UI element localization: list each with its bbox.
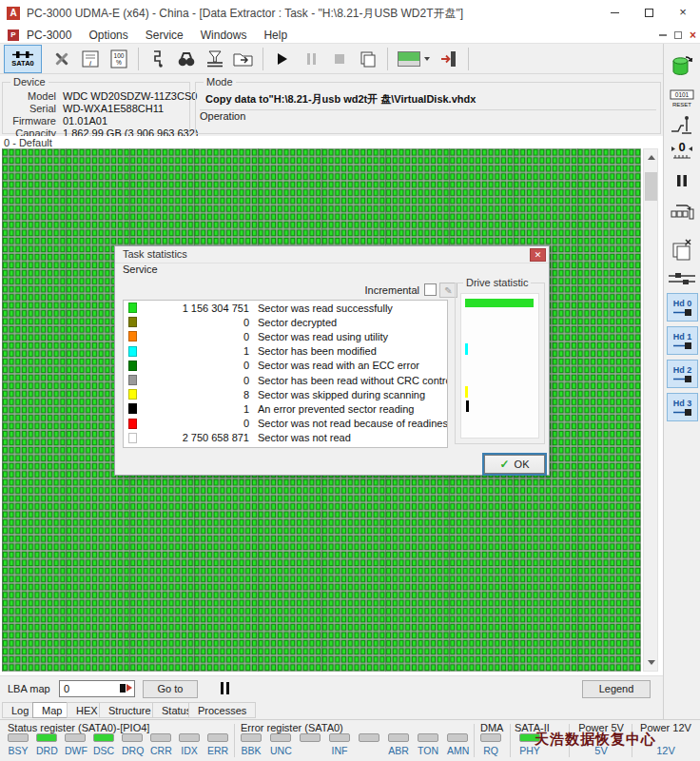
stat-label: Sector was not read bbox=[258, 432, 351, 443]
led-amn bbox=[447, 733, 468, 742]
stat-row: 1 156 304 751 Sector was read successful… bbox=[124, 301, 447, 315]
scroll-up-icon[interactable] bbox=[648, 155, 655, 160]
drive-statistic-panel: Drive statistic bbox=[455, 283, 545, 444]
goto-button[interactable]: Go to bbox=[143, 680, 198, 698]
tools-button[interactable] bbox=[48, 46, 76, 72]
pause-icon bbox=[675, 173, 689, 188]
stop-button[interactable] bbox=[325, 46, 354, 72]
head-0-button[interactable]: Hd 0 bbox=[667, 293, 698, 322]
drive-power-button[interactable] bbox=[667, 55, 697, 80]
mdi-minimize-icon[interactable] bbox=[659, 34, 667, 36]
map-view-select-button[interactable] bbox=[393, 46, 435, 72]
sata0-port-button[interactable]: SATA0 bbox=[4, 45, 42, 73]
tab-processes[interactable]: Processes bbox=[188, 702, 256, 718]
incremental-label: Incremental bbox=[365, 284, 419, 296]
head-icon bbox=[673, 408, 692, 417]
menu-help[interactable]: Help bbox=[263, 29, 287, 42]
spindle-button[interactable] bbox=[667, 200, 697, 224]
incremental-checkbox[interactable] bbox=[424, 283, 437, 296]
head-park-button[interactable] bbox=[667, 114, 697, 139]
statusbar-separator bbox=[474, 724, 475, 757]
recalibrate-button[interactable]: 0 bbox=[667, 139, 697, 164]
search-button[interactable] bbox=[172, 46, 201, 72]
sidebar-pause-button[interactable] bbox=[667, 173, 697, 190]
head-1-button[interactable]: Hd 1 bbox=[667, 326, 698, 355]
legend-button[interactable]: Legend bbox=[582, 680, 651, 698]
drive-statistic-title: Drive statistic bbox=[463, 277, 531, 288]
check-icon: ✓ bbox=[500, 458, 510, 471]
filter-button[interactable] bbox=[201, 46, 229, 72]
lba-input[interactable]: 0 bbox=[59, 680, 135, 697]
toolbar-separator bbox=[387, 48, 388, 70]
head-connector-icon bbox=[670, 114, 694, 137]
copies-button[interactable] bbox=[354, 46, 382, 72]
map-thumbnail-icon bbox=[398, 51, 420, 67]
menu-pc-3000[interactable]: PC-3000 bbox=[27, 29, 71, 42]
ok-button[interactable]: ✓ OK bbox=[484, 455, 545, 474]
stat-color-swatch bbox=[128, 317, 137, 327]
reset-button[interactable]: 0101 RESET bbox=[667, 88, 697, 110]
menu-service[interactable]: Service bbox=[146, 29, 184, 42]
svg-text:%: % bbox=[116, 59, 122, 66]
stat-row: 0 Sector was read using utility bbox=[124, 329, 447, 343]
mdi-restore-icon[interactable] bbox=[674, 31, 682, 39]
operation-panel-title: Operation bbox=[200, 110, 245, 122]
led-label-dsc: DSC bbox=[93, 745, 114, 756]
stat-count: 1 bbox=[137, 403, 249, 415]
cable-test-button[interactable] bbox=[144, 46, 172, 72]
error-register-title: Error register (SATA0) bbox=[241, 722, 343, 733]
exit-button[interactable] bbox=[435, 46, 463, 72]
led-label-dwf: DWF bbox=[65, 745, 86, 756]
led-label-unc: UNC bbox=[270, 745, 291, 756]
close-button[interactable]: × bbox=[666, 0, 700, 27]
scrollbar-thumb[interactable] bbox=[645, 172, 657, 201]
report-button[interactable]: i bbox=[76, 46, 105, 72]
stat-row: 2 750 658 871 Sector was not read bbox=[124, 431, 447, 445]
stat-row: 8 Sector was skipped during scanning bbox=[124, 387, 447, 401]
minimize-button[interactable] bbox=[597, 0, 632, 27]
drive-control-sidebar: 0101 RESET 0 bbox=[663, 44, 700, 719]
utility-button[interactable]: 100 % bbox=[105, 46, 133, 72]
clear-cache-button[interactable] bbox=[667, 238, 697, 263]
scroll-down-icon[interactable] bbox=[648, 660, 655, 665]
map-pause-icon[interactable] bbox=[219, 682, 230, 696]
stat-label: Sector was read successfully bbox=[258, 302, 393, 314]
dialog-title-bar[interactable]: Task statistics ✕ bbox=[115, 246, 549, 263]
mode-panel: Mode Copy data to"H:\8.21-月usb wd2t开 盘\V… bbox=[195, 82, 661, 134]
led-drd bbox=[36, 733, 57, 742]
led-drq bbox=[122, 733, 143, 742]
toolbar-separator bbox=[262, 48, 263, 70]
heads-test-button[interactable] bbox=[667, 272, 697, 287]
head-3-button[interactable]: Hd 3 bbox=[667, 393, 698, 421]
start-button[interactable] bbox=[268, 46, 297, 72]
menu-windows[interactable]: Windows bbox=[201, 29, 247, 42]
menu-options[interactable]: Options bbox=[88, 29, 127, 42]
stat-count: 0 bbox=[137, 418, 249, 429]
task-statistics-dialog: Task statistics ✕ Service Incremental ✎ … bbox=[114, 245, 550, 476]
stat-row: 1 An error prevented sector reading bbox=[124, 401, 447, 416]
led-unc bbox=[270, 733, 291, 742]
export-map-button[interactable] bbox=[229, 46, 258, 72]
dialog-close-icon[interactable]: ✕ bbox=[530, 248, 546, 262]
dialog-menu-service[interactable]: Service bbox=[123, 263, 158, 275]
maximize-button[interactable] bbox=[632, 0, 666, 27]
map-scrollbar[interactable] bbox=[643, 148, 658, 672]
spindle-icon bbox=[669, 200, 695, 223]
head-icon bbox=[673, 308, 692, 317]
stat-row: 0 Sector decrypted bbox=[124, 315, 447, 329]
lba-marker-icon[interactable] bbox=[120, 684, 132, 693]
head-2-button[interactable]: Hd 2 bbox=[667, 360, 698, 388]
mdi-close-icon[interactable]: × bbox=[690, 29, 696, 41]
svg-text:100: 100 bbox=[114, 52, 125, 59]
drive-modified-tick bbox=[465, 343, 468, 355]
layers-copy-icon bbox=[359, 49, 378, 68]
svg-text:0: 0 bbox=[678, 140, 685, 154]
tab-structure[interactable]: Structure bbox=[99, 702, 161, 718]
mode-value: Copy data to"H:\8.21-月usb wd2t开 盘\Virtua… bbox=[205, 92, 476, 107]
device-firmware-label: Firmware bbox=[7, 115, 56, 127]
led-dwf bbox=[65, 733, 86, 742]
mode-panel-title: Mode bbox=[204, 76, 236, 88]
filter-funnel-icon bbox=[205, 49, 224, 68]
stat-label: Sector was read with an ECC error bbox=[258, 360, 419, 371]
pause-button[interactable] bbox=[297, 46, 325, 72]
